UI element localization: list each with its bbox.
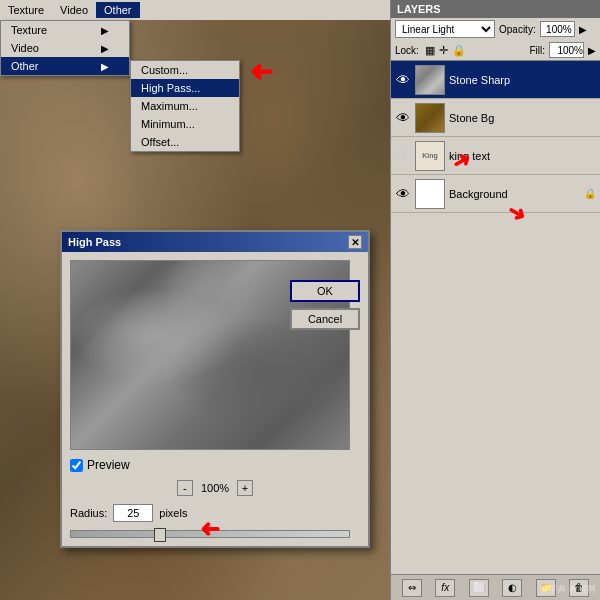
menu-bar: Texture Video Other [0,0,390,20]
other-submenu: Custom... High Pass... Maximum... Minimu… [130,60,240,152]
radius-unit: pixels [159,507,187,519]
radius-label: Radius: [70,507,107,519]
custom-item[interactable]: Custom... [131,61,239,79]
layer-stone-sharp[interactable]: 👁 Stone Sharp [391,61,600,99]
layer-stone-bg[interactable]: 👁 Stone Bg [391,99,600,137]
menu-item-other[interactable]: Other [96,2,140,18]
lock-all-icon[interactable]: 🔒 [452,44,466,57]
layers-title-bar: LAYERS [391,0,600,18]
blend-mode-row: Linear Light Opacity: ▶ [391,18,600,40]
lock-checkerboard-icon[interactable]: ▦ [425,44,435,57]
lock-label: Lock: [395,45,419,56]
visibility-icon-stone-bg[interactable]: 👁 [395,110,411,126]
filter-dropdown: Texture ▶ Video ▶ Other ▶ Custom... High… [0,20,130,76]
lock-move-icon[interactable]: ✛ [439,44,448,57]
fill-label: Fill: [529,45,545,56]
opacity-arrow[interactable]: ▶ [579,24,587,35]
layer-name-background: Background [449,188,580,200]
layer-background[interactable]: 👁 Background 🔒 [391,175,600,213]
blend-mode-select[interactable]: Linear Light [395,20,495,38]
menu-item-video[interactable]: Video [52,2,96,18]
radius-slider-thumb[interactable] [154,528,166,542]
link-button[interactable]: ⇔ [402,579,422,597]
thumb-background [415,179,445,209]
offset-item[interactable]: Offset... [131,133,239,151]
layers-panel: LAYERS Linear Light Opacity: ▶ Lock: ▦ ✛… [390,0,600,600]
preview-check-row: Preview [70,458,360,472]
dropdown-other[interactable]: Other ▶ [1,57,129,75]
menu-item-texture[interactable]: Texture [0,2,52,18]
high-pass-item[interactable]: High Pass... [131,79,239,97]
radius-input[interactable] [113,504,153,522]
layer-king-text[interactable]: 👁 King king text [391,137,600,175]
fill-input[interactable] [549,42,584,58]
main-dropdown: Texture ▶ Video ▶ Other ▶ [0,20,130,76]
visibility-icon-king-text[interactable]: 👁 [395,148,411,164]
dialog-titlebar: High Pass ✕ [62,232,368,252]
thumb-stone-sharp [415,65,445,95]
layer-name-king-text: king text [449,150,596,162]
maximum-item[interactable]: Maximum... [131,97,239,115]
lock-icon-background: 🔒 [584,188,596,199]
lock-row: Lock: ▦ ✛ 🔒 Fill: ▶ [391,40,600,61]
watermark: 查字典 教程网 [539,583,596,596]
layer-name-stone-sharp: Stone Sharp [449,74,596,86]
fill-arrow[interactable]: ▶ [588,45,596,56]
radius-row: Radius: pixels [70,504,360,522]
minimum-item[interactable]: Minimum... [131,115,239,133]
zoom-out-button[interactable]: - [177,480,193,496]
dialog-title: High Pass [68,236,121,248]
opacity-input[interactable] [540,21,575,37]
thumb-king-text: King [415,141,445,171]
lock-icons: ▦ ✛ 🔒 [425,44,466,57]
cancel-button[interactable]: Cancel [290,308,360,330]
zoom-row: - 100% + [70,480,360,496]
thumb-stone-bg [415,103,445,133]
zoom-in-button[interactable]: + [237,480,253,496]
fx-button[interactable]: fx [435,579,455,597]
mask-button[interactable]: ⬜ [469,579,489,597]
opacity-label: Opacity: [499,24,536,35]
preview-label: Preview [87,458,130,472]
visibility-icon-background[interactable]: 👁 [395,186,411,202]
adjustment-button[interactable]: ◐ [502,579,522,597]
ok-button[interactable]: OK [290,280,360,302]
dialog-buttons: OK Cancel [290,280,360,330]
opacity-row: Opacity: ▶ [499,21,587,37]
preview-checkbox[interactable] [70,459,83,472]
fill-row: Fill: ▶ [529,42,596,58]
arrow-icon: ▶ [101,25,109,36]
visibility-icon-stone-sharp[interactable]: 👁 [395,72,411,88]
layer-name-stone-bg: Stone Bg [449,112,596,124]
arrow-icon: ▶ [101,43,109,54]
dropdown-texture[interactable]: Texture ▶ [1,21,129,39]
dialog-close-button[interactable]: ✕ [348,235,362,249]
radius-slider[interactable] [70,530,350,538]
arrow-icon: ▶ [101,61,109,72]
dialog-body: OK Cancel Preview - 100% + Radius: pixel… [62,252,368,546]
dropdown-video[interactable]: Video ▶ [1,39,129,57]
zoom-level: 100% [201,482,229,494]
high-pass-dialog: High Pass ✕ OK Cancel Preview - 100% + R… [60,230,370,548]
layers-title: LAYERS [397,3,441,15]
